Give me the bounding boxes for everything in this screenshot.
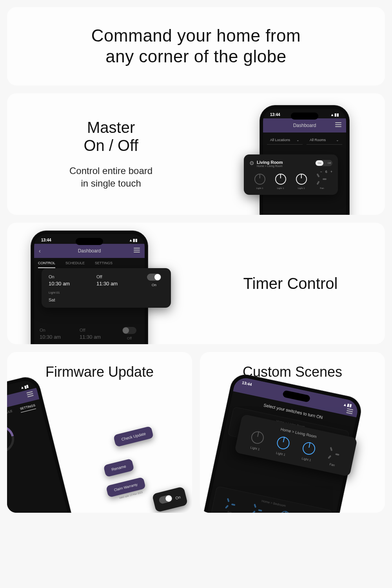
master-text: Master On / Off Control entire board in … <box>7 93 215 215</box>
status-time: 13:44 <box>270 113 280 117</box>
check-update-button[interactable]: Check Update <box>113 426 154 447</box>
minus-icon[interactable]: − <box>320 170 322 174</box>
back-icon[interactable]: ‹ <box>39 248 41 254</box>
hero-card: Command your home from any corner of the… <box>7 7 385 85</box>
phone-notch <box>291 113 318 120</box>
firmware-title: Firmware Update <box>7 364 192 380</box>
master-onoff-card: Master On / Off Control entire board in … <box>7 93 385 215</box>
chevron-down-icon: ⌄ <box>296 138 299 142</box>
master-toggle[interactable]: On Off <box>315 160 332 166</box>
switch-fan[interactable]: Fan <box>317 174 328 189</box>
on-label: On <box>49 274 96 279</box>
power-icon <box>254 174 265 185</box>
scenes-title: Custom Scenes <box>200 364 385 380</box>
status-time: 13:44 <box>41 238 51 242</box>
switch-light-1[interactable]: Light 1 <box>254 174 265 189</box>
schedule-row-disabled: On 10:30 am Off 11:30 am Off Light 01 <box>34 323 145 344</box>
phone-mockup: ▴ ▮▮ ULE SETTINGS 60% SSID: cs Current F… <box>7 374 84 513</box>
master-phone-area: 13:44 ▴ ▮▮ Dashboard All Locations ⌄ All… <box>215 93 385 215</box>
switch-light-2[interactable]: Light 1 <box>275 174 286 189</box>
toggle-popup: On <box>152 486 188 513</box>
off-label: Off <box>96 274 144 279</box>
room-name: Living Room <box>257 160 283 165</box>
master-title: Master On / Off <box>83 118 138 154</box>
switch-light[interactable]: Light 1 <box>274 436 290 457</box>
menu-icon[interactable] <box>335 122 341 127</box>
dimmer-stepper[interactable]: − 6 + <box>320 170 332 174</box>
fan-icon <box>317 174 328 185</box>
rooms-dropdown[interactable]: All Rooms ⌄ <box>307 136 342 145</box>
room-path: Home > Living Room <box>257 165 283 167</box>
schedule-toggle[interactable] <box>147 274 161 281</box>
rename-button[interactable]: Rename <box>103 459 134 477</box>
switch-light[interactable]: Light 1 <box>249 430 265 452</box>
tab-settings[interactable]: SETTINGS <box>95 261 113 268</box>
on-time: 10:30 am <box>49 281 96 287</box>
power-icon <box>275 174 286 185</box>
locations-dropdown[interactable]: All Locations ⌄ <box>267 136 303 145</box>
room-control-popup: ⚙ Living Room Home > Living Room On Off … <box>244 154 338 195</box>
status-icons: ▴ ▮▮ <box>130 238 138 242</box>
power-icon <box>250 430 265 445</box>
device-label: Light 01 <box>49 291 164 294</box>
power-icon <box>301 441 316 456</box>
timer-phone-area: 13:44 ▴ ▮▮ ‹ Dashboard CONTROL SCHEDULE … <box>7 223 196 344</box>
hero-title: Command your home from any corner of the… <box>91 25 301 67</box>
plus-icon[interactable]: + <box>330 170 332 174</box>
app-header: Dashboard <box>263 118 346 132</box>
screen-title: Dashboard <box>293 123 316 128</box>
app-header: ‹ Dashboard <box>34 244 145 258</box>
timer-text: Timer Control <box>196 223 385 344</box>
schedule-toggle[interactable] <box>122 327 136 334</box>
switch-fan[interactable]: Fan <box>326 446 342 468</box>
tab-schedule[interactable]: SCHEDULE <box>65 261 85 268</box>
timer-title: Timer Control <box>243 274 338 292</box>
power-icon <box>296 174 307 185</box>
toggle-state: On <box>144 283 164 287</box>
screen-title: Dashboard <box>78 248 101 254</box>
power-icon <box>276 436 290 450</box>
fan-icon <box>327 446 342 461</box>
stepper-value: 6 <box>325 170 327 174</box>
gear-icon[interactable]: ⚙ <box>249 160 254 166</box>
tab-bar: CONTROL SCHEDULE SETTINGS <box>34 258 145 268</box>
menu-icon[interactable] <box>346 408 353 414</box>
day-label: Sat <box>49 298 164 302</box>
switch-light-3[interactable]: Light 1 <box>296 174 307 189</box>
firmware-card: Firmware Update ▴ ▮▮ ULE SETTINGS 60% SS… <box>7 352 192 513</box>
master-subtitle: Control entire board in single touch <box>69 165 152 190</box>
tab-control[interactable]: CONTROL <box>38 261 55 268</box>
menu-icon[interactable] <box>134 248 140 252</box>
scenes-card: Custom Scenes 13:44 ▴ ▮▮ Select your swi… <box>200 352 385 513</box>
switch-light[interactable]: Light 1 <box>300 441 316 463</box>
timer-card: 13:44 ▴ ▮▮ ‹ Dashboard CONTROL SCHEDULE … <box>7 223 385 344</box>
off-time: 11:30 am <box>96 281 144 287</box>
chevron-down-icon: ⌄ <box>336 138 339 142</box>
claim-warranty-button[interactable]: Claim Warranty <box>106 477 146 498</box>
toggle-switch[interactable] <box>158 494 173 505</box>
status-icons: ▴ ▮▮ <box>331 113 339 117</box>
menu-icon[interactable] <box>26 391 33 397</box>
phone-notch <box>76 238 103 245</box>
tab-settings[interactable]: SETTINGS <box>20 403 36 412</box>
timer-popup: On 10:30 am Off 11:30 am On Light 01 Sat <box>42 268 171 308</box>
